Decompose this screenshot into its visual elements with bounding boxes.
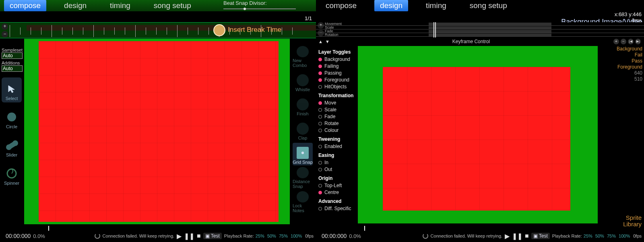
grid-snap-icon bbox=[297, 147, 309, 159]
keyframe-label: Keyframe Control bbox=[330, 39, 613, 44]
clap-button[interactable]: Clap bbox=[293, 119, 313, 141]
zoom-in-button[interactable]: + bbox=[2, 23, 8, 30]
rate-25[interactable]: 25% bbox=[584, 234, 592, 238]
opt-hitobjects[interactable]: HitObjects bbox=[318, 84, 356, 90]
tab-compose[interactable]: compose bbox=[320, 0, 362, 11]
design-canvas[interactable] bbox=[358, 46, 598, 223]
whistle-button[interactable]: Whistle bbox=[293, 70, 313, 93]
radio-icon bbox=[318, 78, 322, 82]
kf-prev-button[interactable]: |◀ bbox=[628, 39, 634, 44]
sampleset-select[interactable]: Auto bbox=[2, 52, 23, 59]
design-playfield[interactable] bbox=[383, 67, 570, 211]
fps-counter: 0fps bbox=[633, 234, 642, 238]
sampleset-panel: Sampleset Auto Additions Auto bbox=[2, 48, 23, 73]
radio-icon bbox=[318, 129, 322, 132]
kf-next-button[interactable]: ▶| bbox=[635, 39, 641, 44]
test-button[interactable]: ▣Test bbox=[531, 233, 550, 239]
play-button[interactable]: ▶ bbox=[177, 232, 182, 240]
tab-compose[interactable]: compose bbox=[4, 0, 46, 11]
rate-75[interactable]: 75% bbox=[279, 234, 288, 238]
opt-passing[interactable]: Passing bbox=[318, 70, 356, 76]
stop-button[interactable]: ■ bbox=[525, 232, 529, 240]
kf-remove-button[interactable]: − bbox=[621, 39, 626, 44]
zoom-out-button[interactable]: − bbox=[2, 31, 8, 38]
design-track-timeline[interactable]: + − Movement Scale Fade Rotation bbox=[316, 22, 644, 38]
lock-notes-button[interactable]: Lock Notes bbox=[293, 191, 313, 214]
spinner-icon bbox=[5, 167, 18, 180]
distance-snap-button[interactable]: Distance Snap bbox=[293, 167, 313, 190]
compose-canvas[interactable] bbox=[24, 39, 290, 224]
advanced-header: Advanced bbox=[318, 198, 356, 204]
grid-snap-button[interactable]: Grid Snap bbox=[293, 143, 313, 165]
layer-fail[interactable]: Fail bbox=[598, 52, 642, 58]
sprite-library-button[interactable]: SpriteLibrary bbox=[623, 215, 642, 227]
rate-100[interactable]: 100% bbox=[619, 234, 630, 238]
opt-centre[interactable]: Centre bbox=[318, 190, 356, 195]
opt-failing[interactable]: Failing bbox=[318, 63, 356, 69]
play-button[interactable]: ▶ bbox=[505, 232, 510, 240]
playback-rate-label: Playback Rate: bbox=[224, 234, 254, 238]
new-combo-button[interactable]: New Combo bbox=[293, 46, 313, 69]
opt-enabled[interactable]: Enabled bbox=[318, 144, 356, 149]
origin-header: Origin bbox=[318, 175, 356, 181]
radio-icon bbox=[318, 115, 322, 119]
layer-510[interactable]: 510 bbox=[598, 76, 642, 82]
beat-snap-label: Beat Snap Divisor: bbox=[223, 0, 267, 6]
tool-select[interactable]: Select bbox=[2, 77, 22, 102]
additions-select[interactable]: Auto bbox=[2, 65, 23, 72]
stop-button[interactable]: ■ bbox=[197, 232, 201, 240]
up-triangle-icon[interactable]: ▲ bbox=[318, 39, 323, 44]
opt-foreground[interactable]: Foreground bbox=[318, 77, 356, 83]
radio-icon bbox=[318, 168, 322, 171]
opt-move[interactable]: Move bbox=[318, 100, 356, 106]
opt-rotate[interactable]: Rotate bbox=[318, 121, 356, 126]
test-button[interactable]: ▣Test bbox=[203, 233, 222, 239]
layer-640[interactable]: 640 bbox=[598, 70, 642, 76]
opt-colour[interactable]: Colour bbox=[318, 127, 356, 133]
insert-break-button[interactable]: Insert Break Time bbox=[228, 26, 281, 34]
tab-songsetup[interactable]: song setup bbox=[464, 0, 513, 11]
rate-50[interactable]: 50% bbox=[595, 234, 604, 238]
rate-options: 25% 50% 75% 100% bbox=[255, 234, 303, 238]
layer-pass[interactable]: Pass bbox=[598, 58, 642, 64]
pause-button[interactable]: ❚❚ bbox=[512, 232, 522, 240]
select-icon bbox=[5, 82, 18, 95]
compose-timeline[interactable]: + − Insert Break Time bbox=[0, 22, 316, 38]
tab-design[interactable]: design bbox=[58, 0, 92, 11]
opt-diffspecific[interactable]: Diff. Specific bbox=[318, 206, 356, 211]
opt-background[interactable]: Background bbox=[318, 56, 356, 62]
down-triangle-icon[interactable]: ▼ bbox=[325, 39, 330, 44]
lock-icon bbox=[297, 191, 309, 202]
seek-track[interactable] bbox=[48, 227, 316, 229]
tab-timing[interactable]: timing bbox=[104, 0, 136, 11]
opt-topleft[interactable]: Top-Left bbox=[318, 183, 356, 188]
playhead-circle[interactable] bbox=[213, 24, 225, 36]
opt-in[interactable]: In bbox=[318, 160, 356, 165]
layer-foreground[interactable]: Foreground bbox=[598, 64, 642, 70]
rate-25[interactable]: 25% bbox=[256, 234, 264, 238]
rate-100[interactable]: 100% bbox=[291, 234, 302, 238]
finish-button[interactable]: Finish bbox=[293, 94, 313, 117]
compose-playfield[interactable] bbox=[39, 41, 279, 222]
tab-timing[interactable]: timing bbox=[420, 0, 452, 11]
rate-75[interactable]: 75% bbox=[607, 234, 616, 238]
seek-track[interactable] bbox=[364, 227, 644, 229]
pause-button[interactable]: ❚❚ bbox=[184, 232, 194, 240]
opt-scale[interactable]: Scale bbox=[318, 107, 356, 113]
kf-add-button[interactable]: + bbox=[613, 39, 619, 44]
beat-snap-slider[interactable] bbox=[223, 8, 296, 9]
tool-circle[interactable]: Circle bbox=[2, 106, 22, 131]
connection-status: Connection failed. Will keep retrying. bbox=[103, 234, 175, 238]
tool-spinner[interactable]: Spinner bbox=[2, 162, 22, 187]
tab-songsetup[interactable]: song setup bbox=[148, 0, 197, 11]
opt-fade[interactable]: Fade bbox=[318, 114, 356, 119]
radio-icon bbox=[318, 207, 322, 211]
opt-out[interactable]: Out bbox=[318, 167, 356, 172]
tab-design[interactable]: design bbox=[374, 0, 408, 11]
layer-background[interactable]: Background bbox=[598, 46, 642, 52]
compose-bottom-bar: 00:00:000 0.0% Connection failed. Will k… bbox=[0, 230, 316, 242]
rate-50[interactable]: 50% bbox=[267, 234, 276, 238]
clap-icon bbox=[297, 123, 309, 135]
tool-slider[interactable]: Slider bbox=[2, 134, 22, 159]
slider-icon bbox=[5, 139, 18, 152]
